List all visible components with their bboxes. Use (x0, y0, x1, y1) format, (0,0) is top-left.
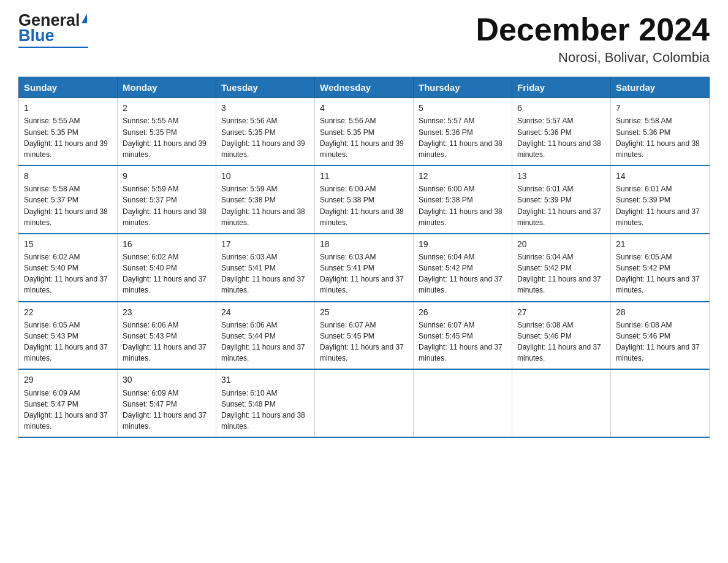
day-number: 14 (616, 170, 704, 182)
table-row: 28Sunrise: 6:08 AMSunset: 5:46 PMDayligh… (611, 302, 710, 370)
day-number: 28 (616, 306, 704, 318)
table-row (315, 369, 414, 437)
table-row: 25Sunrise: 6:07 AMSunset: 5:45 PMDayligh… (315, 302, 414, 370)
day-info: Sunrise: 6:05 AMSunset: 5:42 PMDaylight:… (616, 253, 700, 294)
calendar-table: Sunday Monday Tuesday Wednesday Thursday… (18, 77, 710, 438)
table-row: 18Sunrise: 6:03 AMSunset: 5:41 PMDayligh… (315, 234, 414, 302)
day-info: Sunrise: 6:09 AMSunset: 5:47 PMDaylight:… (123, 389, 207, 431)
day-info: Sunrise: 5:55 AMSunset: 5:35 PMDaylight:… (123, 117, 207, 158)
day-info: Sunrise: 6:04 AMSunset: 5:42 PMDaylight:… (517, 253, 601, 294)
table-row: 6Sunrise: 5:57 AMSunset: 5:36 PMDaylight… (512, 98, 611, 166)
day-number: 4 (320, 102, 408, 114)
day-number: 16 (123, 238, 211, 250)
calendar-week-row: 15Sunrise: 6:02 AMSunset: 5:40 PMDayligh… (19, 234, 710, 302)
day-info: Sunrise: 6:08 AMSunset: 5:46 PMDaylight:… (517, 321, 601, 362)
day-number: 24 (221, 306, 309, 318)
table-row: 16Sunrise: 6:02 AMSunset: 5:40 PMDayligh… (118, 234, 216, 302)
table-row: 15Sunrise: 6:02 AMSunset: 5:40 PMDayligh… (19, 234, 118, 302)
day-number: 19 (419, 238, 507, 250)
day-info: Sunrise: 6:03 AMSunset: 5:41 PMDaylight:… (320, 253, 404, 294)
table-row: 26Sunrise: 6:07 AMSunset: 5:45 PMDayligh… (414, 302, 512, 370)
day-number: 1 (24, 102, 112, 114)
table-row: 13Sunrise: 6:01 AMSunset: 5:39 PMDayligh… (512, 166, 611, 234)
table-row (512, 369, 611, 437)
day-info: Sunrise: 6:10 AMSunset: 5:48 PMDaylight:… (221, 389, 305, 431)
day-number: 27 (517, 306, 605, 318)
day-info: Sunrise: 6:04 AMSunset: 5:42 PMDaylight:… (419, 253, 502, 294)
table-row: 17Sunrise: 6:03 AMSunset: 5:41 PMDayligh… (216, 234, 315, 302)
header-wednesday: Wednesday (315, 77, 414, 98)
day-info: Sunrise: 6:00 AMSunset: 5:38 PMDaylight:… (419, 185, 502, 226)
table-row: 5Sunrise: 5:57 AMSunset: 5:36 PMDaylight… (414, 98, 512, 166)
day-number: 30 (123, 373, 211, 386)
day-number: 29 (24, 373, 112, 386)
table-row: 14Sunrise: 6:01 AMSunset: 5:39 PMDayligh… (611, 166, 710, 234)
day-number: 11 (320, 170, 408, 182)
day-info: Sunrise: 6:01 AMSunset: 5:39 PMDaylight:… (616, 185, 700, 226)
table-row: 7Sunrise: 5:58 AMSunset: 5:36 PMDaylight… (611, 98, 710, 166)
table-row: 30Sunrise: 6:09 AMSunset: 5:47 PMDayligh… (118, 369, 216, 437)
calendar-week-row: 29Sunrise: 6:09 AMSunset: 5:47 PMDayligh… (19, 369, 710, 437)
day-number: 8 (24, 170, 112, 182)
table-row: 3Sunrise: 5:56 AMSunset: 5:35 PMDaylight… (216, 98, 315, 166)
day-number: 17 (221, 238, 309, 250)
day-info: Sunrise: 6:06 AMSunset: 5:43 PMDaylight:… (123, 321, 207, 362)
table-row: 21Sunrise: 6:05 AMSunset: 5:42 PMDayligh… (611, 234, 710, 302)
day-info: Sunrise: 5:56 AMSunset: 5:35 PMDaylight:… (320, 117, 404, 158)
calendar-week-row: 1Sunrise: 5:55 AMSunset: 5:35 PMDaylight… (19, 98, 710, 166)
day-number: 15 (24, 238, 112, 250)
month-title: December 2024 (476, 12, 710, 47)
title-section: December 2024 Norosi, Bolivar, Colombia (476, 12, 710, 66)
day-info: Sunrise: 5:57 AMSunset: 5:36 PMDaylight:… (419, 117, 502, 158)
table-row: 8Sunrise: 5:58 AMSunset: 5:37 PMDaylight… (19, 166, 118, 234)
day-info: Sunrise: 5:58 AMSunset: 5:36 PMDaylight:… (616, 117, 700, 158)
header-tuesday: Tuesday (216, 77, 315, 98)
day-number: 12 (419, 170, 507, 182)
table-row: 2Sunrise: 5:55 AMSunset: 5:35 PMDaylight… (118, 98, 216, 166)
logo-arrow-icon (82, 13, 87, 23)
day-number: 13 (517, 170, 605, 182)
day-info: Sunrise: 5:56 AMSunset: 5:35 PMDaylight:… (221, 117, 305, 158)
logo-blue-text: Blue (18, 26, 55, 45)
day-info: Sunrise: 6:02 AMSunset: 5:40 PMDaylight:… (123, 253, 207, 294)
table-row: 23Sunrise: 6:06 AMSunset: 5:43 PMDayligh… (118, 302, 216, 370)
day-number: 5 (419, 102, 507, 114)
day-info: Sunrise: 5:59 AMSunset: 5:37 PMDaylight:… (123, 185, 207, 226)
day-number: 6 (517, 102, 605, 114)
table-row: 22Sunrise: 6:05 AMSunset: 5:43 PMDayligh… (19, 302, 118, 370)
location-title: Norosi, Bolivar, Colombia (476, 50, 710, 66)
header-saturday: Saturday (611, 77, 710, 98)
page-header: General Blue December 2024 Norosi, Boliv… (18, 12, 710, 66)
table-row: 31Sunrise: 6:10 AMSunset: 5:48 PMDayligh… (216, 369, 315, 437)
calendar-week-row: 22Sunrise: 6:05 AMSunset: 5:43 PMDayligh… (19, 302, 710, 370)
header-monday: Monday (118, 77, 216, 98)
table-row: 29Sunrise: 6:09 AMSunset: 5:47 PMDayligh… (19, 369, 118, 437)
day-number: 22 (24, 306, 112, 318)
day-info: Sunrise: 6:05 AMSunset: 5:43 PMDaylight:… (24, 321, 108, 362)
day-number: 9 (123, 170, 211, 182)
table-row: 10Sunrise: 5:59 AMSunset: 5:38 PMDayligh… (216, 166, 315, 234)
table-row: 27Sunrise: 6:08 AMSunset: 5:46 PMDayligh… (512, 302, 611, 370)
table-row (611, 369, 710, 437)
table-row: 1Sunrise: 5:55 AMSunset: 5:35 PMDaylight… (19, 98, 118, 166)
calendar-week-row: 8Sunrise: 5:58 AMSunset: 5:37 PMDaylight… (19, 166, 710, 234)
day-info: Sunrise: 6:07 AMSunset: 5:45 PMDaylight:… (419, 321, 502, 362)
day-info: Sunrise: 6:09 AMSunset: 5:47 PMDaylight:… (24, 389, 108, 431)
table-row: 9Sunrise: 5:59 AMSunset: 5:37 PMDaylight… (118, 166, 216, 234)
table-row: 4Sunrise: 5:56 AMSunset: 5:35 PMDaylight… (315, 98, 414, 166)
day-number: 7 (616, 102, 704, 114)
day-info: Sunrise: 6:07 AMSunset: 5:45 PMDaylight:… (320, 321, 404, 362)
day-number: 18 (320, 238, 408, 250)
day-number: 25 (320, 306, 408, 318)
day-info: Sunrise: 5:59 AMSunset: 5:38 PMDaylight:… (221, 185, 305, 226)
day-number: 2 (123, 102, 211, 114)
logo: General Blue (18, 12, 88, 48)
day-info: Sunrise: 5:58 AMSunset: 5:37 PMDaylight:… (24, 185, 108, 226)
day-number: 20 (517, 238, 605, 250)
day-info: Sunrise: 5:55 AMSunset: 5:35 PMDaylight:… (24, 117, 108, 158)
day-info: Sunrise: 6:03 AMSunset: 5:41 PMDaylight:… (221, 253, 305, 294)
day-number: 26 (419, 306, 507, 318)
day-number: 31 (221, 373, 309, 386)
weekday-header-row: Sunday Monday Tuesday Wednesday Thursday… (19, 77, 710, 98)
day-info: Sunrise: 6:08 AMSunset: 5:46 PMDaylight:… (616, 321, 700, 362)
